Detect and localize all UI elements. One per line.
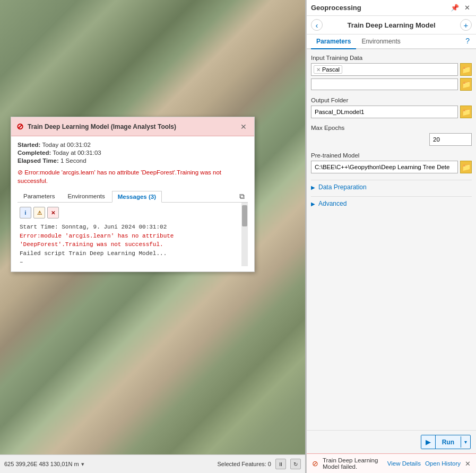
filter-error-btn[interactable]: ✕ xyxy=(47,207,59,218)
error-notif-message: Train Deep Learning Model failed. xyxy=(323,457,383,470)
input-training-input[interactable]: ✕ Pascal xyxy=(311,63,458,76)
pretrained-model-browse[interactable]: 📁 xyxy=(460,161,472,173)
filter-info-btn[interactable]: i xyxy=(20,207,31,218)
messages-scroll-area: i ⚠ ✕ Start Time: Sonntag, 9. Juni 2024 … xyxy=(18,203,248,266)
error-dialog-close-button[interactable]: ✕ xyxy=(238,122,249,132)
data-prep-arrow-icon: ▶ xyxy=(311,185,315,190)
input-training-browse2[interactable]: 📁 xyxy=(460,78,472,91)
max-epochs-label: Max Epochs xyxy=(311,125,472,131)
pretrained-model-row: 📁 xyxy=(311,161,472,173)
message-filters: i ⚠ ✕ xyxy=(20,207,246,218)
msg-dash: – xyxy=(20,258,246,266)
error-notif-close-button[interactable]: ✕ xyxy=(465,460,471,468)
error-dialog-title: Train Deep Learning Model (Image Analyst… xyxy=(28,123,234,130)
data-preparation-section[interactable]: ▶ Data Preparation xyxy=(311,180,472,194)
max-epochs-field: Max Epochs xyxy=(311,125,472,146)
parameters-content: Input Training Data ✕ Pascal 📁 📁 Output … xyxy=(307,49,476,430)
tab-environments[interactable]: Environments xyxy=(356,34,405,49)
copy-messages-button[interactable]: ⧉ xyxy=(236,191,248,202)
output-folder-label: Output Folder xyxy=(311,97,472,103)
completed-row: Completed: Today at 00:31:03 xyxy=(18,150,248,156)
geoprocessing-header: Geoprocessing 📌 ✕ xyxy=(307,0,476,16)
scrollbar-thumb xyxy=(242,205,247,226)
tool-title: Train Deep Learning Model xyxy=(326,21,457,29)
error-notif-icon: ⊘ xyxy=(312,459,318,468)
input-training-row: ✕ Pascal 📁 xyxy=(311,63,472,76)
output-folder-browse[interactable]: 📁 xyxy=(460,106,472,118)
max-epochs-row xyxy=(311,133,472,146)
advanced-section[interactable]: ▶ Advanced xyxy=(311,196,472,211)
tab-parameters[interactable]: Parameters xyxy=(311,34,356,49)
filter-warn-btn[interactable]: ⚠ xyxy=(33,207,45,218)
geoprocessing-footer: ▶ Run ▾ xyxy=(307,430,476,453)
input-training-field: Input Training Data ✕ Pascal 📁 📁 xyxy=(311,55,472,91)
parameter-tabs: Parameters Environments ? xyxy=(307,34,476,49)
tag-remove-icon[interactable]: ✕ xyxy=(316,67,321,73)
open-history-link[interactable]: Open History xyxy=(425,460,461,467)
output-folder-row: 📁 xyxy=(311,106,472,118)
input-training-label: Input Training Data xyxy=(311,55,472,61)
run-dropdown-icon[interactable]: ▾ xyxy=(461,436,470,448)
help-button[interactable]: ? xyxy=(463,34,472,48)
input-training-extra[interactable] xyxy=(311,78,458,90)
pretrained-model-input[interactable] xyxy=(311,161,458,173)
back-button[interactable]: ‹ xyxy=(311,19,323,31)
messages-scrollbar[interactable] xyxy=(241,203,248,266)
msg-start-time: Start Time: Sonntag, 9. Juni 2024 00:31:… xyxy=(20,223,246,232)
error-header-icon: ⊘ xyxy=(16,121,23,132)
error-dialog-header: ⊘ Train Deep Learning Model (Image Analy… xyxy=(11,117,254,136)
view-details-link[interactable]: View Details xyxy=(387,460,421,467)
tool-nav-row: ‹ Train Deep Learning Model + xyxy=(307,16,476,34)
input-training-row2: 📁 xyxy=(311,78,472,91)
msg-error-line1: Error:module 'arcgis.learn' has no attri… xyxy=(20,232,246,241)
pin-icon[interactable]: 📌 xyxy=(449,3,461,12)
output-folder-field: Output Folder 📁 xyxy=(311,97,472,118)
advanced-arrow-icon: ▶ xyxy=(311,201,315,207)
selected-features-label: Selected Features: 0 xyxy=(217,461,271,467)
dialog-tab-parameters[interactable]: Parameters xyxy=(18,190,60,202)
input-training-browse[interactable]: 📁 xyxy=(460,63,472,76)
data-preparation-label: Data Preparation xyxy=(318,183,367,191)
max-epochs-input[interactable] xyxy=(429,133,472,146)
pretrained-model-field: Pre-trained Model 📁 xyxy=(311,152,472,173)
status-bar: 625 399,26E 483 130,01N m ▾ Selected Fea… xyxy=(0,454,305,473)
started-row: Started: Today at 00:31:02 xyxy=(18,142,248,148)
add-button[interactable]: + xyxy=(460,19,472,31)
messages-area: i ⚠ ✕ Start Time: Sonntag, 9. Juni 2024 … xyxy=(18,203,248,266)
training-tag: ✕ Pascal xyxy=(314,65,342,74)
msg-failed-line: Failed script Train Deep Learning Model.… xyxy=(20,249,246,258)
output-folder-input[interactable] xyxy=(311,106,458,118)
geoprocessing-panel: Geoprocessing 📌 ✕ ‹ Train Deep Learning … xyxy=(306,0,476,473)
msg-error-line2: 'DeepForest'.Training was not successful… xyxy=(20,240,246,249)
header-icons: 📌 ✕ xyxy=(449,3,472,12)
coordinates-display: 625 399,26E 483 130,01N m ▾ xyxy=(4,461,84,468)
advanced-label: Advanced xyxy=(318,200,347,207)
map-refresh-btn[interactable]: ↻ xyxy=(290,459,301,469)
geoprocessing-title: Geoprocessing xyxy=(311,4,361,12)
dialog-tab-environments[interactable]: Environments xyxy=(62,190,110,202)
pretrained-model-label: Pre-trained Model xyxy=(311,152,472,159)
error-summary-msg: ⊘ Error:module 'arcgis.learn' has no att… xyxy=(18,168,248,185)
elapsed-row: Elapsed Time: 1 Second xyxy=(18,157,248,164)
dialog-tab-messages[interactable]: Messages (3) xyxy=(112,191,162,203)
error-dialog-body: Started: Today at 00:31:02 Completed: To… xyxy=(11,136,254,271)
dialog-tabs: Parameters Environments Messages (3) ⧉ xyxy=(18,190,248,203)
run-icon: ▶ xyxy=(421,435,436,449)
close-panel-icon[interactable]: ✕ xyxy=(463,3,472,12)
map-pause-btn[interactable]: ⏸ xyxy=(275,459,286,469)
error-dialog: ⊘ Train Deep Learning Model (Image Analy… xyxy=(11,117,255,272)
run-label: Run xyxy=(436,436,461,449)
error-notification-bar: ⊘ Train Deep Learning Model failed. View… xyxy=(307,453,476,473)
status-right: Selected Features: 0 ⏸ ↻ xyxy=(217,459,301,469)
coords-dropdown[interactable]: ▾ xyxy=(81,461,84,468)
messages-content: Start Time: Sonntag, 9. Juni 2024 00:31:… xyxy=(20,223,246,266)
error-notif-links: View Details Open History xyxy=(387,460,461,467)
run-button[interactable]: ▶ Run ▾ xyxy=(421,435,471,449)
